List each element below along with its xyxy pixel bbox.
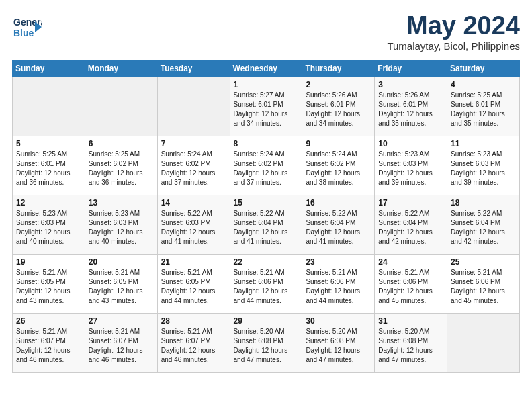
day-number: 3 xyxy=(378,80,443,89)
day-number: 22 xyxy=(234,257,299,267)
day-number: 16 xyxy=(306,198,371,208)
col-thursday: Thursday xyxy=(302,60,375,77)
calendar-week-row: 26 Sunrise: 5:21 AMSunset: 6:07 PMDaylig… xyxy=(13,313,520,372)
calendar-week-row: 12 Sunrise: 5:23 AMSunset: 6:03 PMDaylig… xyxy=(13,195,520,254)
calendar-table: Sunday Monday Tuesday Wednesday Thursday… xyxy=(12,60,520,373)
day-info: Sunrise: 5:22 AMSunset: 6:03 PMDaylight:… xyxy=(161,210,216,245)
title-block: May 2024 Tumalaytay, Bicol, Philippines xyxy=(387,12,520,52)
day-info: Sunrise: 5:21 AMSunset: 6:05 PMDaylight:… xyxy=(16,269,71,304)
day-number: 7 xyxy=(161,139,226,148)
day-info: Sunrise: 5:22 AMSunset: 6:04 PMDaylight:… xyxy=(234,210,288,245)
header: General Blue May 2024 Tumalaytay, Bicol,… xyxy=(12,12,520,52)
day-info: Sunrise: 5:21 AMSunset: 6:05 PMDaylight:… xyxy=(89,269,143,304)
day-number: 12 xyxy=(16,198,81,208)
table-row: 12 Sunrise: 5:23 AMSunset: 6:03 PMDaylig… xyxy=(13,195,85,254)
day-number: 5 xyxy=(16,139,81,148)
table-row: 28 Sunrise: 5:21 AMSunset: 6:07 PMDaylig… xyxy=(157,313,230,372)
table-row: 22 Sunrise: 5:21 AMSunset: 6:06 PMDaylig… xyxy=(230,254,302,313)
table-row: 2 Sunrise: 5:26 AMSunset: 6:01 PMDayligh… xyxy=(302,77,375,136)
table-row: 5 Sunrise: 5:25 AMSunset: 6:01 PMDayligh… xyxy=(13,136,85,195)
col-monday: Monday xyxy=(85,60,157,77)
col-sunday: Sunday xyxy=(13,60,85,77)
day-info: Sunrise: 5:20 AMSunset: 6:08 PMDaylight:… xyxy=(378,328,433,363)
day-number: 23 xyxy=(306,257,371,267)
table-row: 29 Sunrise: 5:20 AMSunset: 6:08 PMDaylig… xyxy=(230,313,302,372)
table-row: 15 Sunrise: 5:22 AMSunset: 6:04 PMDaylig… xyxy=(230,195,302,254)
day-number: 25 xyxy=(451,257,516,267)
day-info: Sunrise: 5:22 AMSunset: 6:04 PMDaylight:… xyxy=(306,210,360,245)
day-number: 24 xyxy=(378,257,443,267)
day-number: 8 xyxy=(234,139,299,148)
day-info: Sunrise: 5:22 AMSunset: 6:04 PMDaylight:… xyxy=(378,210,433,245)
calendar-week-row: 1 Sunrise: 5:27 AMSunset: 6:01 PMDayligh… xyxy=(13,77,520,136)
subtitle: Tumalaytay, Bicol, Philippines xyxy=(387,40,520,52)
table-row: 27 Sunrise: 5:21 AMSunset: 6:07 PMDaylig… xyxy=(85,313,157,372)
table-row: 19 Sunrise: 5:21 AMSunset: 6:05 PMDaylig… xyxy=(13,254,85,313)
day-number: 30 xyxy=(306,316,371,326)
day-number: 14 xyxy=(161,198,226,208)
day-number: 20 xyxy=(89,257,154,267)
table-row: 14 Sunrise: 5:22 AMSunset: 6:03 PMDaylig… xyxy=(157,195,230,254)
table-row: 7 Sunrise: 5:24 AMSunset: 6:02 PMDayligh… xyxy=(157,136,230,195)
main-title: May 2024 xyxy=(387,12,520,40)
table-row: 6 Sunrise: 5:25 AMSunset: 6:02 PMDayligh… xyxy=(85,136,157,195)
table-row: 10 Sunrise: 5:23 AMSunset: 6:03 PMDaylig… xyxy=(375,136,447,195)
table-row: 21 Sunrise: 5:21 AMSunset: 6:05 PMDaylig… xyxy=(157,254,230,313)
col-friday: Friday xyxy=(375,60,447,77)
table-row: 9 Sunrise: 5:24 AMSunset: 6:02 PMDayligh… xyxy=(302,136,375,195)
table-row: 20 Sunrise: 5:21 AMSunset: 6:05 PMDaylig… xyxy=(85,254,157,313)
table-row xyxy=(447,313,520,372)
table-row xyxy=(13,77,85,136)
day-info: Sunrise: 5:24 AMSunset: 6:02 PMDaylight:… xyxy=(234,150,288,186)
table-row: 26 Sunrise: 5:21 AMSunset: 6:07 PMDaylig… xyxy=(13,313,85,372)
table-row: 1 Sunrise: 5:27 AMSunset: 6:01 PMDayligh… xyxy=(230,77,302,136)
day-info: Sunrise: 5:21 AMSunset: 6:07 PMDaylight:… xyxy=(89,328,143,363)
day-number: 4 xyxy=(451,80,516,89)
day-info: Sunrise: 5:24 AMSunset: 6:02 PMDaylight:… xyxy=(306,150,360,186)
day-info: Sunrise: 5:25 AMSunset: 6:01 PMDaylight:… xyxy=(451,91,505,127)
table-row: 3 Sunrise: 5:26 AMSunset: 6:01 PMDayligh… xyxy=(375,77,447,136)
day-number: 19 xyxy=(16,257,81,267)
table-row: 13 Sunrise: 5:23 AMSunset: 6:03 PMDaylig… xyxy=(85,195,157,254)
day-info: Sunrise: 5:23 AMSunset: 6:03 PMDaylight:… xyxy=(451,150,505,186)
page: General Blue May 2024 Tumalaytay, Bicol,… xyxy=(0,0,532,379)
day-number: 13 xyxy=(89,198,154,208)
col-tuesday: Tuesday xyxy=(157,60,230,77)
table-row: 25 Sunrise: 5:21 AMSunset: 6:06 PMDaylig… xyxy=(447,254,520,313)
day-number: 9 xyxy=(306,139,371,148)
table-row: 31 Sunrise: 5:20 AMSunset: 6:08 PMDaylig… xyxy=(375,313,447,372)
calendar-header-row: Sunday Monday Tuesday Wednesday Thursday… xyxy=(13,60,520,77)
table-row xyxy=(85,77,157,136)
table-row: 23 Sunrise: 5:21 AMSunset: 6:06 PMDaylig… xyxy=(302,254,375,313)
day-number: 26 xyxy=(16,316,81,326)
day-number: 27 xyxy=(89,316,154,326)
day-info: Sunrise: 5:26 AMSunset: 6:01 PMDaylight:… xyxy=(306,91,360,127)
day-info: Sunrise: 5:24 AMSunset: 6:02 PMDaylight:… xyxy=(161,150,216,186)
table-row: 30 Sunrise: 5:20 AMSunset: 6:08 PMDaylig… xyxy=(302,313,375,372)
col-wednesday: Wednesday xyxy=(230,60,302,77)
day-info: Sunrise: 5:23 AMSunset: 6:03 PMDaylight:… xyxy=(378,150,433,186)
day-info: Sunrise: 5:23 AMSunset: 6:03 PMDaylight:… xyxy=(16,210,71,245)
col-saturday: Saturday xyxy=(447,60,520,77)
day-number: 6 xyxy=(89,139,154,148)
day-number: 2 xyxy=(306,80,371,89)
day-info: Sunrise: 5:22 AMSunset: 6:04 PMDaylight:… xyxy=(451,210,505,245)
day-info: Sunrise: 5:20 AMSunset: 6:08 PMDaylight:… xyxy=(234,328,288,363)
day-number: 21 xyxy=(161,257,226,267)
day-number: 15 xyxy=(234,198,299,208)
day-info: Sunrise: 5:25 AMSunset: 6:01 PMDaylight:… xyxy=(16,150,71,186)
logo: General Blue xyxy=(12,12,42,42)
day-info: Sunrise: 5:27 AMSunset: 6:01 PMDaylight:… xyxy=(234,91,288,127)
day-number: 11 xyxy=(451,139,516,148)
calendar-week-row: 5 Sunrise: 5:25 AMSunset: 6:01 PMDayligh… xyxy=(13,136,520,195)
day-info: Sunrise: 5:21 AMSunset: 6:07 PMDaylight:… xyxy=(161,328,216,363)
table-row: 24 Sunrise: 5:21 AMSunset: 6:06 PMDaylig… xyxy=(375,254,447,313)
day-info: Sunrise: 5:21 AMSunset: 6:05 PMDaylight:… xyxy=(161,269,216,304)
calendar-week-row: 19 Sunrise: 5:21 AMSunset: 6:05 PMDaylig… xyxy=(13,254,520,313)
day-info: Sunrise: 5:26 AMSunset: 6:01 PMDaylight:… xyxy=(378,91,433,127)
table-row xyxy=(157,77,230,136)
svg-text:Blue: Blue xyxy=(13,28,34,38)
day-number: 10 xyxy=(378,139,443,148)
day-info: Sunrise: 5:25 AMSunset: 6:02 PMDaylight:… xyxy=(89,150,143,186)
table-row: 18 Sunrise: 5:22 AMSunset: 6:04 PMDaylig… xyxy=(447,195,520,254)
